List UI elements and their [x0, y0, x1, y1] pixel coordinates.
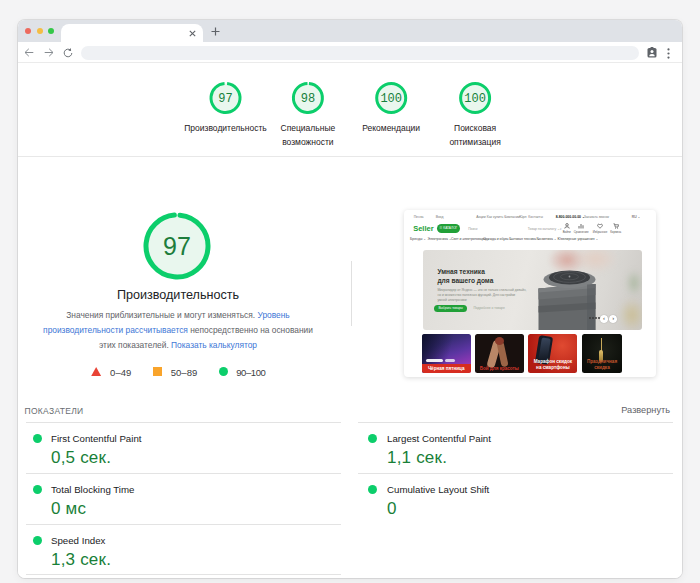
svg-text:97: 97	[218, 92, 232, 106]
svg-text:97: 97	[163, 232, 191, 260]
svg-text:100: 100	[380, 92, 402, 106]
svg-text:100: 100	[464, 92, 486, 106]
svg-text:98: 98	[301, 92, 315, 106]
